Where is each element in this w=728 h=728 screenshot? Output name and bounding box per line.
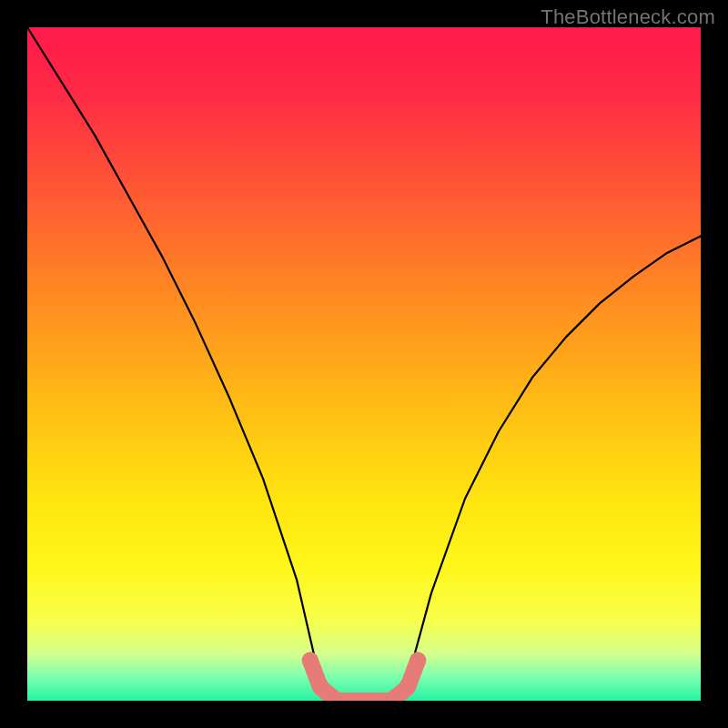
bottleneck-chart	[27, 27, 701, 701]
watermark-text: TheBottleneck.com	[541, 5, 715, 29]
highlight-endpoint-right	[410, 652, 426, 669]
plot-area	[27, 27, 701, 701]
gradient-background	[27, 27, 701, 701]
highlight-endpoint-left	[302, 652, 318, 669]
chart-frame: TheBottleneck.com	[0, 0, 728, 728]
